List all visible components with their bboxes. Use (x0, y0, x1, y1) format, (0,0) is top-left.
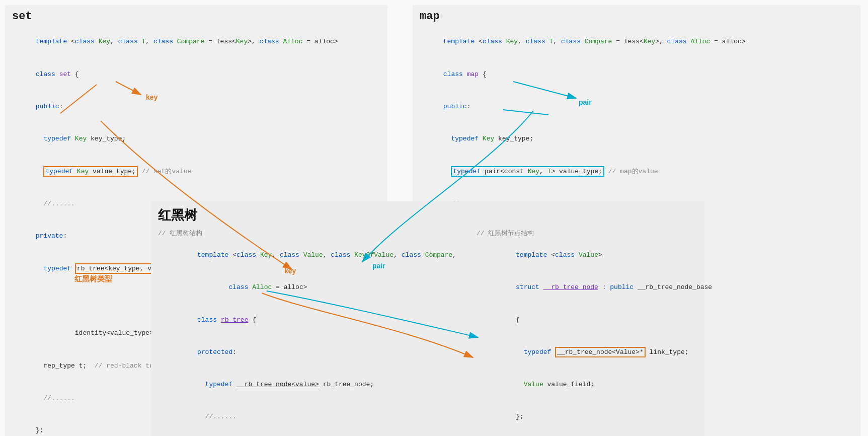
rbtree-t-line-2: class Alloc = alloc> (158, 271, 456, 304)
rbtree-right: // 红黑树节点结构 template <class Value> struct… (477, 228, 712, 436)
rbtree-t-line-5: typedef __rb_tree_node<value> rb_tree_no… (158, 369, 456, 401)
node-line-5: Value value_field; (477, 369, 712, 401)
map-line-1: template <class Key, class T, class Comp… (420, 26, 853, 58)
node-line-6: }; (477, 401, 712, 433)
set-line-4: typedef Key key_type; (12, 123, 380, 155)
rbtree-title: 红黑树 (158, 206, 697, 224)
main-container: set template <class Key, class T, class … (0, 0, 868, 436)
rbtree-t-line-1: template <class Key, class Value, class … (158, 239, 456, 271)
node-comment: // 红黑树节点结构 (477, 228, 712, 239)
set-line-3: public: (12, 91, 380, 123)
rbtree-panel: 红黑树 // 红黑树结构 template <class Key, class … (151, 201, 704, 436)
key-label-set: key (146, 93, 157, 101)
set-line-1: template <class Key, class T, class Comp… (12, 26, 380, 58)
map-line-5: typedef pair<const Key, T> value_type; /… (420, 155, 853, 187)
set-line-5: typedef Key value_type; // set的value (12, 155, 380, 187)
map-line-3: public: (420, 91, 853, 123)
node-line-2: struct __rb_tree_node : public __rb_tree… (477, 271, 712, 304)
rbtree-t-line-4: protected: (158, 336, 456, 368)
rbtree-t-line-7: public: (158, 433, 456, 436)
rbtree-t-line-6: //...... (158, 401, 456, 433)
node-line-3: { (477, 304, 712, 336)
rbtree-t-line-3: class rb_tree { (158, 304, 456, 336)
pair-label-rbtree: pair (372, 262, 385, 270)
map-title: map (420, 10, 853, 23)
rbtree-comment: // 红黑树结构 (158, 228, 456, 239)
node-line-4: typedef __rb_tree_node<Value>* link_type… (477, 336, 712, 368)
set-line-2: class set { (12, 58, 380, 90)
map-line-4: typedef Key key_type; (420, 123, 853, 155)
rbtree-left: // 红黑树结构 template <class Key, class Valu… (158, 228, 456, 436)
node-line-1: template <class Value> (477, 239, 712, 271)
pair-label-map: pair (579, 98, 592, 106)
set-title: set (12, 10, 380, 23)
key-label-rbtree: key (284, 267, 296, 275)
map-line-2: class map { (420, 58, 853, 90)
